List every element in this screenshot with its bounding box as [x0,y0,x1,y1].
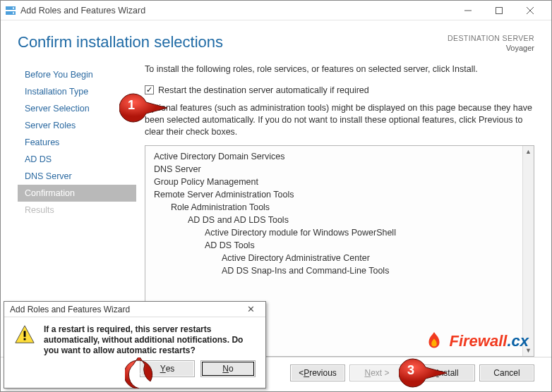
destination-server-name: Voyager [448,43,534,54]
previous-button[interactable]: < Previous [290,365,345,381]
cancel-button[interactable]: Cancel [479,365,534,381]
dialog-close-button[interactable]: ✕ [239,304,263,314]
nav-confirmation[interactable]: Confirmation [18,185,136,202]
nav-features[interactable]: Features [18,134,136,151]
svg-rect-9 [24,331,26,336]
restart-confirm-dialog: Add Roles and Features Wizard ✕ If a res… [4,301,266,388]
feature-item: AD DS Tools [154,239,521,252]
yes-button[interactable]: Yes [140,360,195,377]
destination-label: DESTINATION SERVER [448,33,534,43]
maximize-button[interactable] [484,1,515,20]
no-button[interactable]: No [200,360,256,377]
restart-checkbox[interactable] [145,85,154,94]
next-button: Next > [349,365,404,381]
feature-item: AD DS Snap-Ins and Command-Line Tools [154,264,521,277]
install-button[interactable]: Install [420,365,475,381]
feature-item: Active Directory Administrative Center [154,252,521,264]
dialog-text: If a restart is required, this server re… [44,324,256,356]
scroll-down-icon[interactable]: ▼ [523,345,534,356]
feature-item: Group Policy Management [154,176,521,188]
close-button[interactable] [515,1,546,20]
nav-installation-type[interactable]: Installation Type [18,83,136,100]
nav-results: Results [18,202,136,219]
feature-item: AD DS and AD LDS Tools [154,214,521,226]
feature-item: Active Directory Domain Services [154,150,521,163]
svg-rect-10 [24,338,26,341]
optional-note: Optional features (such as administratio… [145,102,534,138]
svg-rect-2 [13,7,14,8]
warning-icon [14,324,35,345]
minimize-button[interactable] [452,1,484,20]
feature-item: DNS Server [154,163,521,176]
restart-checkbox-label: Restart the destination server automatic… [158,85,369,95]
scroll-up-icon[interactable]: ▲ [523,146,534,157]
nav-server-selection[interactable]: Server Selection [18,100,136,117]
scrollbar[interactable]: ▲ ▼ [522,146,534,356]
nav-dns-server[interactable]: DNS Server [18,168,136,185]
nav-ad-ds[interactable]: AD DS [18,151,136,168]
feature-item: Role Administration Tools [154,201,521,214]
svg-rect-5 [496,7,503,13]
dialog-title: Add Roles and Features Wizard [10,305,130,314]
nav-before-you-begin[interactable]: Before You Begin [18,66,136,83]
page-heading: Confirm installation selections [18,33,223,54]
titlebar: Add Roles and Features Wizard [1,1,551,20]
window-title: Add Roles and Features Wizard [20,6,145,16]
server-manager-icon [5,5,16,16]
svg-rect-3 [13,12,14,13]
intro-text: To install the following roles, role ser… [145,63,534,75]
feature-item: Remote Server Administration Tools [154,188,521,201]
feature-item: Active Directory module for Windows Powe… [154,226,521,239]
nav-server-roles[interactable]: Server Roles [18,117,136,134]
